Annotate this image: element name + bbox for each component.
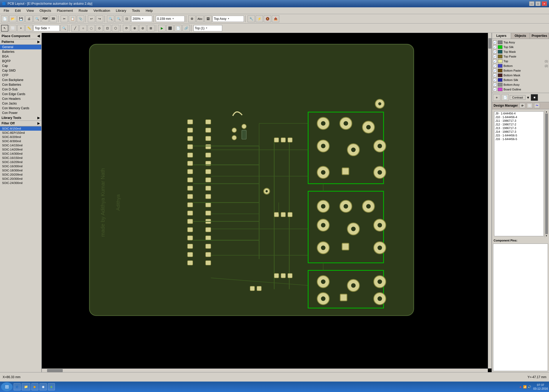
run-button[interactable]: ▶	[158, 25, 165, 32]
menu-route[interactable]: Route	[76, 8, 90, 13]
dm-net-button[interactable]: 〜	[534, 103, 540, 108]
pattern-soic8-150[interactable]: SOIC-8/150mil	[0, 126, 41, 131]
layer-checkbox-bottom-silk[interactable]: ✓	[493, 78, 497, 82]
dm-item-j10[interactable]: J10 · 1-644456-4	[494, 115, 544, 119]
tab-properties[interactable]: Properties	[530, 33, 549, 39]
layer-checkbox-bottom-paste[interactable]: ✓	[493, 69, 497, 72]
measure-tool[interactable]: 📏	[25, 25, 33, 32]
route-tool[interactable]: ╱	[71, 25, 79, 32]
minimize-button[interactable]: —	[529, 1, 534, 6]
arc-tool[interactable]: ◌	[88, 25, 95, 32]
dm-component-button[interactable]: ⬜	[527, 103, 533, 108]
pattern-soic16-150[interactable]: SOIC-16/150mil	[0, 156, 41, 160]
pattern-soic8ep-150[interactable]: SOIC-8EP/150mil	[0, 131, 41, 135]
cat-cap[interactable]: Cap	[0, 64, 41, 68]
tab-layers[interactable]: Layers	[492, 33, 511, 39]
layer-checkbox-bottom-mask[interactable]: ✓	[493, 73, 497, 77]
taskbar-explorer[interactable]: 📁	[22, 383, 30, 390]
cat-cfp[interactable]: CFP	[0, 73, 41, 78]
layer-checkbox-bottom-assy[interactable]: ✓	[493, 83, 497, 87]
taskbar-ie[interactable]: e	[14, 383, 21, 390]
taskbar-chrome[interactable]: ◉	[39, 383, 47, 390]
redo-button[interactable]: ↪	[96, 15, 103, 22]
auto-route[interactable]: ⟳	[123, 25, 130, 32]
component-button[interactable]: ⚙	[188, 15, 196, 22]
zoom-in-button[interactable]: 🔍	[115, 15, 122, 22]
layer-props-button[interactable]: 📄	[501, 94, 509, 101]
layer-checkbox-top-assy[interactable]: ✓	[493, 41, 497, 44]
side-dropdown[interactable]: Top Side ▼	[33, 25, 60, 31]
3d-button[interactable]: 3D	[50, 15, 57, 22]
menu-edit[interactable]: Edit	[12, 8, 23, 13]
vertical-scroll-thumb[interactable]	[488, 38, 491, 49]
layer-select-dropdown[interactable]: Top (1) ▼	[193, 25, 222, 31]
report-button[interactable]: 📄	[174, 25, 182, 32]
component-place-tool[interactable]: ⬜	[9, 25, 16, 32]
start-button[interactable]: ⊞	[1, 382, 13, 391]
zoom-out-button[interactable]: 🔍	[107, 15, 114, 22]
cat-con-batteries[interactable]: Con Batteries	[0, 82, 41, 87]
horizontal-scroll-thumb[interactable]	[47, 369, 63, 372]
cat-con-jacks[interactable]: Con Jacks	[0, 101, 41, 106]
layer-checkbox-top-silk[interactable]: ✓	[493, 45, 497, 49]
undo-button[interactable]: ↩	[88, 15, 95, 22]
dm-item-j11[interactable]: J11 · 1986717-3	[494, 119, 544, 123]
menu-verification[interactable]: Verification	[91, 8, 113, 13]
vertical-scrollbar[interactable]	[488, 33, 491, 368]
print-preview-button[interactable]: 🔍	[33, 15, 41, 22]
dm-item-j14[interactable]: J14 · 1986717-3	[494, 130, 544, 134]
menu-file[interactable]: File	[1, 8, 12, 13]
layer-checkbox-bottom[interactable]: ✓	[493, 64, 497, 68]
cat-con-dsub[interactable]: Con D-Sub	[0, 87, 41, 92]
cat-batteries[interactable]: Batteries	[0, 49, 41, 54]
dm-item-j12[interactable]: J12 · 1986717-2	[494, 123, 544, 126]
pattern-soic14-150[interactable]: SOIC-14/150mil	[0, 143, 41, 147]
collapse-icon[interactable]: ◀	[37, 34, 40, 38]
fanout[interactable]: ⊞	[147, 25, 155, 32]
print-button[interactable]: 🖨	[25, 15, 33, 22]
cat-con-edge-cards[interactable]: Con Edge Cards	[0, 92, 41, 96]
trace-width-dropdown[interactable]: 0.159 mm ▼	[156, 16, 185, 22]
taskbar-media[interactable]: ▶	[31, 383, 38, 390]
menu-placement[interactable]: Placement	[54, 8, 75, 13]
pattern-soic16-209[interactable]: SOIC-16/209mil	[0, 160, 41, 164]
step-button[interactable]: ⬛	[166, 25, 174, 32]
menu-library[interactable]: Library	[113, 8, 129, 13]
dm-item-j9[interactable]: J9 · 1-644456-4	[494, 112, 544, 115]
zoom-fit-button[interactable]: ⊡	[123, 15, 130, 22]
taskbar-app[interactable]: ◈	[48, 383, 55, 390]
pattern-soic14-300[interactable]: SOIC-14/300mil	[0, 152, 41, 156]
maximize-button[interactable]: □	[535, 1, 541, 6]
drc-button[interactable]: ⚡	[256, 15, 263, 22]
text-button[interactable]: Abc	[196, 15, 204, 22]
layer-checkbox-top-paste[interactable]: ✓	[493, 55, 497, 58]
canvas-area[interactable]: made by Adithya Kumar Nath Adithya	[42, 33, 491, 372]
unroute[interactable]: ⊗	[131, 25, 138, 32]
polygon-tool[interactable]: ⬡	[112, 25, 119, 32]
net-button[interactable]: 🔧	[248, 15, 255, 22]
cat-cap-smd[interactable]: Cap SMD	[0, 68, 41, 73]
layer-checkbox-top-mask[interactable]: ✓	[493, 50, 497, 54]
contrast-arrow[interactable]: ▼	[527, 96, 530, 100]
pattern-soic18-300[interactable]: SOIC-18/300mil	[0, 168, 41, 172]
dm-scrollbar[interactable]: ▲ ▼	[545, 110, 548, 237]
menu-objects[interactable]: Objects	[37, 8, 54, 13]
cat-con-power[interactable]: Con Power	[0, 111, 41, 115]
cat-bqfp[interactable]: BQFP	[0, 59, 41, 64]
library-tools-section[interactable]: Library Tools ▶	[0, 115, 41, 121]
netlist-button[interactable]: 🔗	[182, 25, 190, 32]
via-tool[interactable]: ⊙	[96, 25, 103, 32]
cat-con-headers[interactable]: Con Headers	[0, 96, 41, 101]
cat-con-memory-cards[interactable]: Con Memory Cards	[0, 106, 41, 111]
select-tool[interactable]: ↖	[1, 25, 8, 32]
cat-bga[interactable]: BGA	[0, 54, 41, 59]
copy-button[interactable]: 📋	[69, 15, 76, 22]
circle-tool[interactable]: ○	[79, 25, 87, 32]
close-button[interactable]: ✕	[542, 1, 547, 6]
layer-checkbox-top[interactable]: ✓	[493, 59, 497, 63]
layer-dropdown[interactable]: Top Assy ▼	[213, 16, 244, 22]
tab-objects[interactable]: Objects	[511, 33, 530, 39]
menu-tools[interactable]: Tools	[129, 8, 142, 13]
open-button[interactable]: 📂	[9, 15, 16, 22]
filter-section[interactable]: Filter Off ▶	[0, 121, 41, 126]
